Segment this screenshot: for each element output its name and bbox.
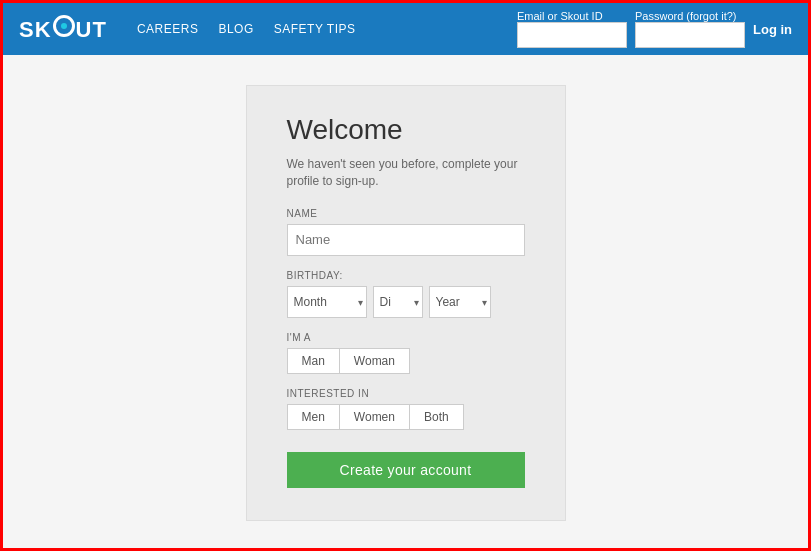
login-button[interactable]: Log in (753, 22, 792, 37)
year-select[interactable]: Year 200019991998 199719961995 (429, 286, 491, 318)
birthday-group: BIRTHDAY: Month JanuaryFebruaryMarch Apr… (287, 270, 525, 318)
ima-man-button[interactable]: Man (288, 349, 340, 373)
welcome-subtitle: We haven't seen you before, complete you… (287, 156, 525, 190)
password-input[interactable] (635, 22, 745, 48)
month-select[interactable]: Month JanuaryFebruaryMarch AprilMayJune … (287, 286, 367, 318)
logo[interactable]: SKUT (19, 15, 107, 43)
ima-label: I'M A (287, 332, 525, 343)
ima-group: I'M A Man Woman (287, 332, 525, 374)
email-label: Email or Skout ID (517, 10, 603, 22)
page-content: Welcome We haven't seen you before, comp… (3, 55, 808, 551)
ima-toggle-group: Man Woman (287, 348, 410, 374)
interested-women-button[interactable]: Women (340, 405, 410, 429)
logo-icon (53, 15, 75, 37)
day-wrapper: Di 1234 5678 910 (373, 286, 423, 318)
interested-group: INTERESTED IN Men Women Both (287, 388, 525, 430)
birthday-row: Month JanuaryFebruaryMarch AprilMayJune … (287, 286, 525, 318)
nav-right: Email or Skout ID Password (forgot it?) … (517, 10, 792, 48)
email-input[interactable] (517, 22, 627, 48)
birthday-label: BIRTHDAY: (287, 270, 525, 281)
interested-label: INTERESTED IN (287, 388, 525, 399)
month-wrapper: Month JanuaryFebruaryMarch AprilMayJune … (287, 286, 367, 318)
navbar: SKUT CAREERS BLOG SAFETY TIPS Email or S… (3, 3, 808, 55)
name-input[interactable] (287, 224, 525, 256)
name-label: NAME (287, 208, 525, 219)
nav-links: CAREERS BLOG SAFETY TIPS (137, 22, 517, 36)
nav-link-careers[interactable]: CAREERS (137, 22, 199, 36)
year-wrapper: Year 200019991998 199719961995 (429, 286, 491, 318)
page-container: SKUT CAREERS BLOG SAFETY TIPS Email or S… (0, 0, 811, 551)
interested-men-button[interactable]: Men (288, 405, 340, 429)
create-account-button[interactable]: Create your account (287, 452, 525, 488)
interested-both-button[interactable]: Both (410, 405, 463, 429)
password-label: Password (forgot it?) (635, 10, 736, 22)
nav-link-blog[interactable]: BLOG (218, 22, 253, 36)
logo-text: SKUT (19, 15, 107, 43)
registration-card: Welcome We haven't seen you before, comp… (246, 85, 566, 521)
ima-woman-button[interactable]: Woman (340, 349, 409, 373)
interested-toggle-group: Men Women Both (287, 404, 464, 430)
nav-link-safety[interactable]: SAFETY TIPS (274, 22, 356, 36)
day-select[interactable]: Di 1234 5678 910 (373, 286, 423, 318)
name-group: NAME (287, 208, 525, 256)
welcome-title: Welcome (287, 114, 525, 146)
